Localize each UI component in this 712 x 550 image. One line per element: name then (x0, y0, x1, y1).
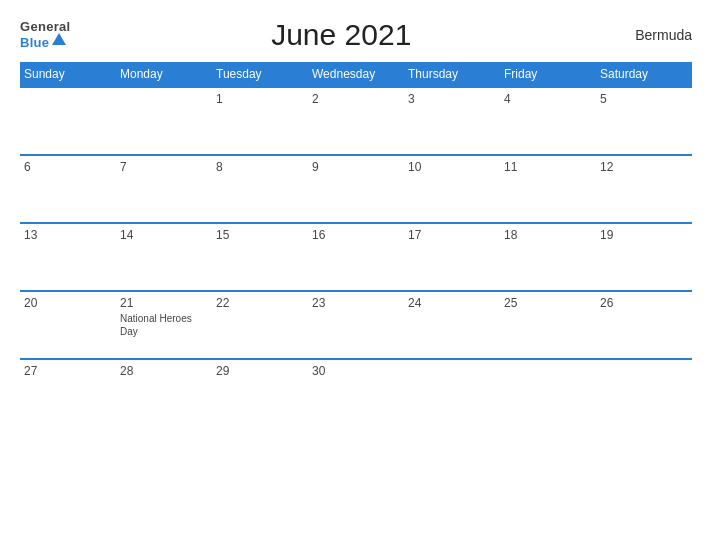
calendar-cell: 7 (116, 155, 212, 223)
col-monday: Monday (116, 62, 212, 87)
col-tuesday: Tuesday (212, 62, 308, 87)
day-number: 22 (216, 296, 304, 310)
calendar-cell (20, 87, 116, 155)
day-number: 17 (408, 228, 496, 242)
calendar-page: General Blue June 2021 Bermuda Sunday Mo… (0, 0, 712, 550)
calendar-cell: 8 (212, 155, 308, 223)
calendar-cell: 14 (116, 223, 212, 291)
day-number: 11 (504, 160, 592, 174)
calendar-cell: 19 (596, 223, 692, 291)
day-number: 25 (504, 296, 592, 310)
day-number: 27 (24, 364, 112, 378)
col-wednesday: Wednesday (308, 62, 404, 87)
day-number: 2 (312, 92, 400, 106)
day-number: 21 (120, 296, 208, 310)
day-number: 28 (120, 364, 208, 378)
calendar-cell: 30 (308, 359, 404, 427)
day-number: 1 (216, 92, 304, 106)
logo-text: General Blue (20, 20, 71, 50)
calendar-week-row: 27282930 (20, 359, 692, 427)
calendar-header-row: Sunday Monday Tuesday Wednesday Thursday… (20, 62, 692, 87)
calendar-week-row: 12345 (20, 87, 692, 155)
day-number: 5 (600, 92, 688, 106)
calendar-cell: 12 (596, 155, 692, 223)
day-number: 7 (120, 160, 208, 174)
calendar-cell: 23 (308, 291, 404, 359)
day-number: 20 (24, 296, 112, 310)
calendar-cell: 4 (500, 87, 596, 155)
day-number: 10 (408, 160, 496, 174)
calendar-cell: 27 (20, 359, 116, 427)
day-number: 23 (312, 296, 400, 310)
calendar-cell: 2 (308, 87, 404, 155)
calendar-cell: 21National Heroes Day (116, 291, 212, 359)
logo-triangle-icon (52, 33, 66, 45)
calendar-cell: 29 (212, 359, 308, 427)
day-number: 6 (24, 160, 112, 174)
calendar-cell: 3 (404, 87, 500, 155)
calendar-cell: 1 (212, 87, 308, 155)
col-thursday: Thursday (404, 62, 500, 87)
calendar-table: Sunday Monday Tuesday Wednesday Thursday… (20, 62, 692, 427)
day-number: 15 (216, 228, 304, 242)
calendar-cell: 17 (404, 223, 500, 291)
day-number: 16 (312, 228, 400, 242)
day-number: 3 (408, 92, 496, 106)
calendar-week-row: 6789101112 (20, 155, 692, 223)
day-number: 19 (600, 228, 688, 242)
day-number: 18 (504, 228, 592, 242)
calendar-cell: 10 (404, 155, 500, 223)
col-saturday: Saturday (596, 62, 692, 87)
col-friday: Friday (500, 62, 596, 87)
calendar-cell (596, 359, 692, 427)
calendar-cell: 28 (116, 359, 212, 427)
day-number: 8 (216, 160, 304, 174)
day-number: 24 (408, 296, 496, 310)
calendar-cell: 16 (308, 223, 404, 291)
calendar-cell: 25 (500, 291, 596, 359)
header: General Blue June 2021 Bermuda (20, 18, 692, 52)
calendar-cell: 6 (20, 155, 116, 223)
day-number: 13 (24, 228, 112, 242)
logo-blue-text: Blue (20, 35, 71, 50)
calendar-cell: 22 (212, 291, 308, 359)
day-number: 26 (600, 296, 688, 310)
col-sunday: Sunday (20, 62, 116, 87)
calendar-week-row: 13141516171819 (20, 223, 692, 291)
day-number: 9 (312, 160, 400, 174)
day-number: 12 (600, 160, 688, 174)
calendar-cell: 5 (596, 87, 692, 155)
calendar-cell: 26 (596, 291, 692, 359)
calendar-cell (404, 359, 500, 427)
calendar-week-row: 2021National Heroes Day2223242526 (20, 291, 692, 359)
calendar-cell: 11 (500, 155, 596, 223)
day-number: 29 (216, 364, 304, 378)
calendar-cell: 24 (404, 291, 500, 359)
day-number: 30 (312, 364, 400, 378)
calendar-cell: 13 (20, 223, 116, 291)
day-number: 14 (120, 228, 208, 242)
calendar-cell: 20 (20, 291, 116, 359)
holiday-label: National Heroes Day (120, 312, 208, 338)
calendar-cell: 9 (308, 155, 404, 223)
region-label: Bermuda (612, 27, 692, 43)
calendar-cell: 18 (500, 223, 596, 291)
calendar-cell: 15 (212, 223, 308, 291)
day-number: 4 (504, 92, 592, 106)
logo: General Blue (20, 20, 71, 50)
calendar-title: June 2021 (71, 18, 612, 52)
calendar-cell (500, 359, 596, 427)
calendar-cell (116, 87, 212, 155)
